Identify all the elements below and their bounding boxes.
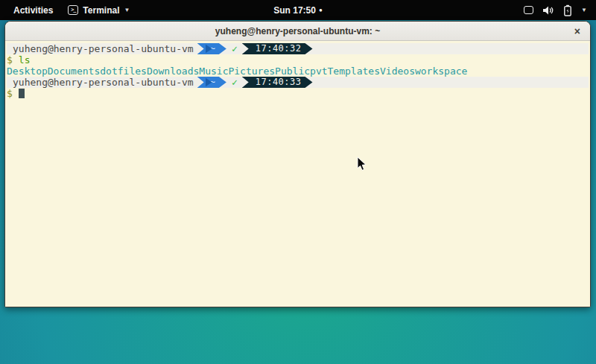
window-title-bar[interactable]: yuheng@henry-personal-ubuntu-vm: ~ × [5, 22, 590, 41]
top-bar: Activities >_ Terminal ▼ Sun 17:50 ● ▼ [0, 0, 596, 20]
directory-name: dotfiles [100, 66, 147, 77]
directory-name: Pictures [228, 66, 275, 77]
prompt-symbol: $ [7, 54, 13, 66]
prompt-user-host: yuheng@henry-personal-ubuntu-vm [7, 77, 194, 88]
status-check-icon: ✓ [232, 43, 238, 54]
directory-name: Downloads [147, 66, 199, 77]
directory-name: pvt [310, 66, 327, 77]
directory-name: Music [199, 66, 228, 77]
clock-button[interactable]: Sun 17:50 ● [273, 5, 323, 16]
command-line: $ ls [7, 54, 589, 66]
typed-command: ls [19, 54, 31, 66]
prompt-line-1: yuheng@henry-personal-ubuntu-vm ~ ✓ 17:4… [7, 43, 589, 54]
terminal-screen[interactable]: yuheng@henry-personal-ubuntu-vm ~ ✓ 17:4… [5, 41, 590, 307]
screen-icon [524, 6, 533, 14]
chevron-down-icon: ▼ [124, 7, 130, 13]
chevron-down-icon: ▼ [581, 7, 587, 13]
system-status-area[interactable]: ▼ [524, 4, 596, 16]
directory-name: workspace [415, 66, 467, 77]
volume-icon [542, 5, 554, 16]
prompt-symbol: $ [7, 88, 13, 99]
clock-label: Sun 17:50 [273, 5, 316, 16]
directory-name: Public [275, 66, 310, 77]
notification-dot-icon: ● [319, 7, 323, 13]
close-icon[interactable]: × [574, 22, 580, 41]
prompt-cwd-segment: ~ [197, 43, 226, 54]
terminal-cursor [19, 89, 25, 98]
directory-name: Templates [328, 66, 380, 77]
status-check-icon: ✓ [232, 77, 238, 88]
top-bar-left: Activities >_ Terminal ▼ [0, 2, 134, 19]
app-menu-label: Terminal [83, 5, 119, 16]
directory-name: Videos [380, 66, 415, 77]
mouse-pointer-icon [357, 156, 367, 172]
prompt-user-host: yuheng@henry-personal-ubuntu-vm [7, 43, 194, 54]
prompt-cwd-segment: ~ [197, 77, 226, 88]
current-prompt-line: $ [7, 88, 589, 99]
desktop: { "top_bar": { "activities_label": "Acti… [0, 0, 596, 364]
prompt-line-2: yuheng@henry-personal-ubuntu-vm ~ ✓ 17:4… [7, 77, 589, 88]
prompt-time-segment: 17:40:32 [242, 43, 313, 54]
prompt-time-segment: 17:40:33 [242, 77, 313, 88]
app-menu-terminal[interactable]: >_ Terminal ▼ [63, 2, 134, 19]
window-title: yuheng@henry-personal-ubuntu-vm: ~ [215, 26, 380, 36]
directory-name: Desktop [7, 66, 48, 77]
directory-name: Documents [48, 66, 100, 77]
ls-output-line: Desktop Documents dotfiles Downloads Mus… [7, 66, 589, 77]
activities-button[interactable]: Activities [7, 2, 59, 19]
terminal-window: yuheng@henry-personal-ubuntu-vm: ~ × yuh… [4, 21, 591, 307]
battery-charging-icon [563, 4, 572, 16]
terminal-icon: >_ [68, 5, 78, 15]
